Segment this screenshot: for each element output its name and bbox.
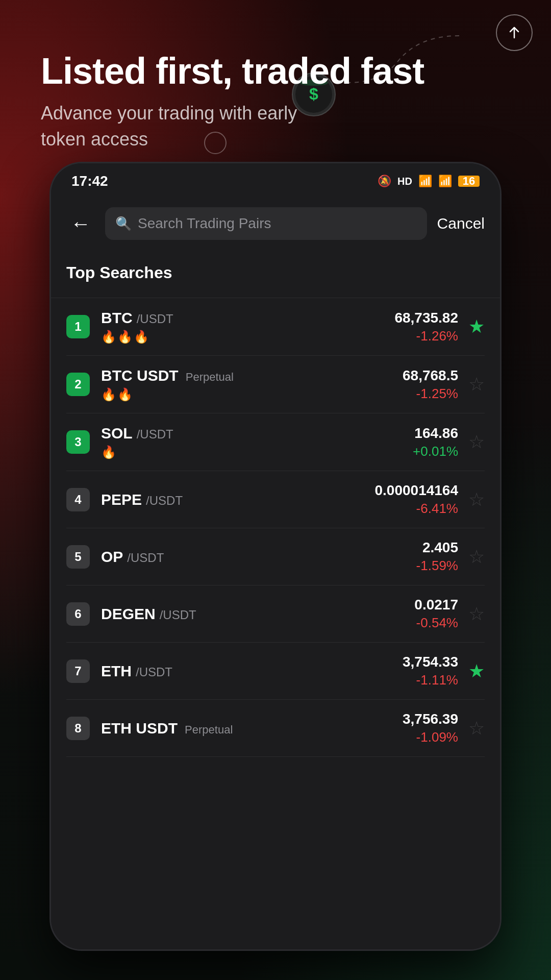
star-button[interactable]: ★ (468, 317, 485, 336)
pair-base: SOL (101, 425, 133, 442)
pair-price-area: 0.000014164 -6.41% (374, 482, 458, 517)
pair-fires: 🔥 (101, 445, 413, 459)
pair-price: 3,756.39 (403, 711, 458, 727)
pair-change: +0.01% (413, 444, 458, 459)
mute-icon: 🔕 (378, 175, 391, 188)
pair-price: 0.000014164 (374, 482, 458, 499)
pair-price-area: 2.405 -1.59% (416, 540, 458, 574)
section-title-top-searches: Top Searches (66, 258, 485, 287)
status-time: 17:42 (71, 173, 108, 189)
rank-badge: 2 (66, 373, 90, 396)
pair-base: ETH (101, 663, 132, 680)
pair-info: BTC/USDT 🔥🔥🔥 (101, 309, 394, 344)
pair-name: ETH/USDT (101, 663, 403, 680)
pair-name: PEPE/USDT (101, 491, 374, 508)
pair-change: -0.54% (414, 615, 458, 631)
pair-fires: 🔥🔥🔥 (101, 330, 394, 344)
status-icons: 🔕 HD 📶 📶 16 (378, 175, 480, 188)
pair-base: DEGEN (101, 605, 156, 623)
rank-badge: 8 (66, 717, 90, 740)
pair-info: DEGEN/USDT (101, 605, 414, 623)
pair-base: BTC (101, 309, 133, 327)
pair-price-area: 0.0217 -0.54% (414, 597, 458, 631)
pair-quote: /USDT (137, 427, 173, 442)
hero-title: Listed first, traded fast (41, 51, 424, 91)
pair-price: 68,735.82 (394, 310, 458, 326)
search-area: ← 🔍 Search Trading Pairs Cancel (51, 199, 500, 248)
rank-badge: 3 (66, 430, 90, 454)
pair-tag: Perpetual (182, 723, 233, 737)
rank-badge: 5 (66, 545, 90, 569)
pair-change: -1.59% (416, 558, 458, 574)
pair-change: -6.41% (374, 501, 458, 517)
pair-base: ETH USDT (101, 720, 178, 737)
pair-base: OP (101, 548, 123, 566)
pair-info: ETH USDT Perpetual (101, 720, 403, 737)
star-button[interactable]: ☆ (468, 605, 485, 623)
up-arrow-button[interactable] (496, 14, 533, 51)
pair-quote: /USDT (137, 312, 173, 326)
pair-price: 2.405 (416, 540, 458, 556)
pair-row[interactable]: 6 DEGEN/USDT 0.0217 -0.54% ☆ (66, 585, 485, 643)
search-icon: 🔍 (115, 217, 132, 230)
back-button[interactable]: ← (66, 209, 95, 238)
pair-row[interactable]: 3 SOL/USDT 🔥 164.86 +0.01% ☆ (66, 413, 485, 471)
pair-row[interactable]: 5 OP/USDT 2.405 -1.59% ☆ (66, 528, 485, 585)
search-input-container[interactable]: 🔍 Search Trading Pairs (105, 207, 427, 240)
pair-row[interactable]: 4 PEPE/USDT 0.000014164 -6.41% ☆ (66, 471, 485, 528)
star-button[interactable]: ★ (468, 662, 485, 680)
content-area: Top Searches 1 BTC/USDT 🔥🔥🔥 68,735.82 -1… (51, 248, 500, 949)
cancel-button[interactable]: Cancel (437, 215, 485, 232)
pair-base: PEPE (101, 491, 142, 508)
battery-icon: 16 (458, 176, 480, 187)
status-bar: 17:42 🔕 HD 📶 📶 16 (51, 163, 500, 199)
rank-badge: 1 (66, 315, 90, 338)
star-button[interactable]: ☆ (468, 548, 485, 566)
pair-name: DEGEN/USDT (101, 605, 414, 623)
pair-row[interactable]: 1 BTC/USDT 🔥🔥🔥 68,735.82 -1.26% ★ (66, 298, 485, 356)
rank-badge: 7 (66, 659, 90, 683)
pair-price-area: 3,754.33 -1.11% (403, 654, 458, 688)
rank-badge: 6 (66, 602, 90, 626)
pair-info: BTC USDT Perpetual 🔥🔥 (101, 367, 403, 402)
pair-change: -1.26% (394, 328, 458, 344)
pair-info: ETH/USDT (101, 663, 403, 680)
signal-icon: 📶 (438, 175, 452, 188)
star-button[interactable]: ☆ (468, 433, 485, 451)
pair-change: -1.11% (403, 672, 458, 688)
pair-name: ETH USDT Perpetual (101, 720, 403, 737)
pair-name: BTC/USDT (101, 309, 394, 327)
hd-icon: HD (397, 176, 412, 187)
pair-fires: 🔥🔥 (101, 387, 403, 402)
wifi-icon: 📶 (418, 175, 432, 188)
pair-base: BTC USDT (101, 367, 179, 384)
search-placeholder: Search Trading Pairs (138, 215, 271, 232)
pair-info: PEPE/USDT (101, 491, 374, 508)
pair-price: 0.0217 (414, 597, 458, 613)
pair-price-area: 68,735.82 -1.26% (394, 310, 458, 344)
hero-subtitle: Advance your trading with early token ac… (41, 101, 327, 152)
phone-mockup: 17:42 🔕 HD 📶 📶 16 ← 🔍 Search Trading Pai… (51, 163, 500, 949)
pair-info: OP/USDT (101, 548, 416, 566)
pair-name: OP/USDT (101, 548, 416, 566)
pair-quote: /USDT (160, 608, 196, 622)
pair-price-area: 164.86 +0.01% (413, 425, 458, 459)
pair-row[interactable]: 8 ETH USDT Perpetual 3,756.39 -1.09% ☆ (66, 700, 485, 757)
pair-quote: /USDT (146, 494, 183, 508)
pair-quote: /USDT (127, 551, 164, 565)
star-button[interactable]: ☆ (468, 719, 485, 738)
pair-row[interactable]: 2 BTC USDT Perpetual 🔥🔥 68,768.5 -1.25% … (66, 356, 485, 413)
pair-price: 68,768.5 (403, 368, 458, 384)
pair-change: -1.25% (403, 386, 458, 402)
pair-name: BTC USDT Perpetual (101, 367, 403, 384)
pair-info: SOL/USDT 🔥 (101, 425, 413, 459)
pair-price: 164.86 (413, 425, 458, 442)
star-button[interactable]: ☆ (468, 491, 485, 509)
hero-section: Listed first, traded fast Advance your t… (41, 51, 424, 152)
rank-badge: 4 (66, 488, 90, 511)
pair-row[interactable]: 7 ETH/USDT 3,754.33 -1.11% ★ (66, 643, 485, 700)
pairs-list: 1 BTC/USDT 🔥🔥🔥 68,735.82 -1.26% ★ 2 BTC … (66, 298, 485, 757)
star-button[interactable]: ☆ (468, 375, 485, 394)
pair-price: 3,754.33 (403, 654, 458, 670)
pair-name: SOL/USDT (101, 425, 413, 442)
